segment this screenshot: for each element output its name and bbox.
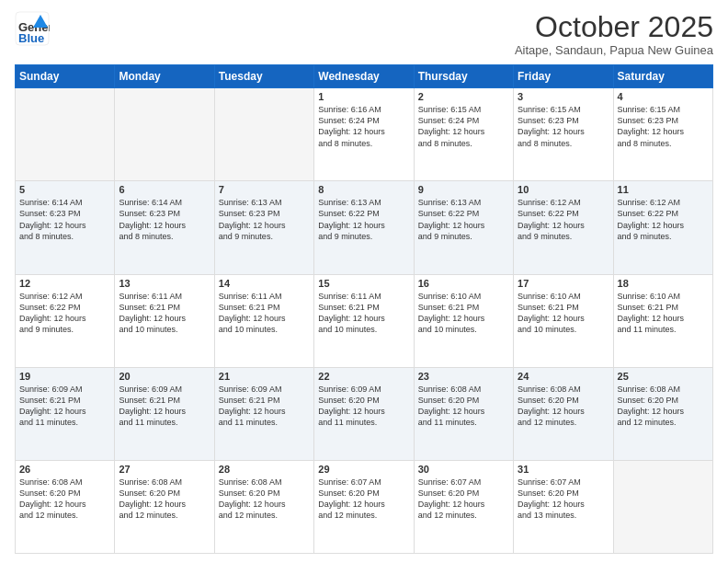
table-row xyxy=(214,88,313,181)
day-info: Sunrise: 6:07 AM Sunset: 6:20 PM Dayligh… xyxy=(318,477,409,522)
day-info: Sunrise: 6:14 AM Sunset: 6:23 PM Dayligh… xyxy=(19,197,110,242)
day-number: 16 xyxy=(418,278,509,289)
svg-text:Blue: Blue xyxy=(18,31,44,45)
day-number: 2 xyxy=(418,91,509,102)
table-row: 25Sunrise: 6:08 AM Sunset: 6:20 PM Dayli… xyxy=(613,367,712,460)
day-number: 6 xyxy=(119,184,210,195)
day-number: 4 xyxy=(618,91,709,102)
col-sunday: Sunday xyxy=(16,65,115,88)
col-thursday: Thursday xyxy=(414,65,513,88)
table-row: 9Sunrise: 6:13 AM Sunset: 6:22 PM Daylig… xyxy=(414,181,513,274)
day-number: 30 xyxy=(418,464,509,475)
day-number: 15 xyxy=(318,278,409,289)
day-info: Sunrise: 6:09 AM Sunset: 6:21 PM Dayligh… xyxy=(119,384,210,429)
day-number: 17 xyxy=(518,278,609,289)
table-row: 5Sunrise: 6:14 AM Sunset: 6:23 PM Daylig… xyxy=(16,181,115,274)
day-info: Sunrise: 6:08 AM Sunset: 6:20 PM Dayligh… xyxy=(518,384,609,429)
table-row xyxy=(16,88,115,181)
table-row: 26Sunrise: 6:08 AM Sunset: 6:20 PM Dayli… xyxy=(16,460,115,553)
table-row: 6Sunrise: 6:14 AM Sunset: 6:23 PM Daylig… xyxy=(115,181,214,274)
day-number: 11 xyxy=(618,184,709,195)
day-number: 8 xyxy=(318,184,409,195)
table-row: 15Sunrise: 6:11 AM Sunset: 6:21 PM Dayli… xyxy=(314,274,414,367)
table-row: 16Sunrise: 6:10 AM Sunset: 6:21 PM Dayli… xyxy=(414,274,513,367)
day-number: 19 xyxy=(19,371,110,382)
day-number: 14 xyxy=(219,278,310,289)
day-number: 12 xyxy=(19,278,110,289)
day-info: Sunrise: 6:12 AM Sunset: 6:22 PM Dayligh… xyxy=(518,197,609,242)
subtitle: Aitape, Sandaun, Papua New Guinea xyxy=(515,43,713,57)
day-number: 20 xyxy=(119,371,210,382)
day-info: Sunrise: 6:14 AM Sunset: 6:23 PM Dayligh… xyxy=(119,197,210,242)
table-row: 17Sunrise: 6:10 AM Sunset: 6:21 PM Dayli… xyxy=(514,274,613,367)
table-row: 29Sunrise: 6:07 AM Sunset: 6:20 PM Dayli… xyxy=(314,460,414,553)
table-row: 30Sunrise: 6:07 AM Sunset: 6:20 PM Dayli… xyxy=(414,460,513,553)
day-number: 7 xyxy=(219,184,310,195)
table-row: 18Sunrise: 6:10 AM Sunset: 6:21 PM Dayli… xyxy=(613,274,712,367)
table-row: 22Sunrise: 6:09 AM Sunset: 6:20 PM Dayli… xyxy=(314,367,414,460)
day-info: Sunrise: 6:07 AM Sunset: 6:20 PM Dayligh… xyxy=(418,477,509,522)
day-number: 10 xyxy=(518,184,609,195)
day-number: 24 xyxy=(518,371,609,382)
day-info: Sunrise: 6:09 AM Sunset: 6:20 PM Dayligh… xyxy=(318,384,409,429)
day-info: Sunrise: 6:15 AM Sunset: 6:23 PM Dayligh… xyxy=(518,104,609,149)
table-row xyxy=(115,88,214,181)
table-row: 11Sunrise: 6:12 AM Sunset: 6:22 PM Dayli… xyxy=(613,181,712,274)
calendar-table: Sunday Monday Tuesday Wednesday Thursday… xyxy=(15,64,713,554)
page: General Blue October 2025 Aitape, Sandau… xyxy=(0,0,728,563)
logo: General Blue xyxy=(15,11,53,46)
table-row: 14Sunrise: 6:11 AM Sunset: 6:21 PM Dayli… xyxy=(214,274,313,367)
col-tuesday: Tuesday xyxy=(214,65,313,88)
table-row: 12Sunrise: 6:12 AM Sunset: 6:22 PM Dayli… xyxy=(16,274,115,367)
table-row: 20Sunrise: 6:09 AM Sunset: 6:21 PM Dayli… xyxy=(115,367,214,460)
table-row: 28Sunrise: 6:08 AM Sunset: 6:20 PM Dayli… xyxy=(214,460,313,553)
day-info: Sunrise: 6:08 AM Sunset: 6:20 PM Dayligh… xyxy=(418,384,509,429)
day-info: Sunrise: 6:12 AM Sunset: 6:22 PM Dayligh… xyxy=(618,197,709,242)
day-info: Sunrise: 6:08 AM Sunset: 6:20 PM Dayligh… xyxy=(19,477,110,522)
day-info: Sunrise: 6:16 AM Sunset: 6:24 PM Dayligh… xyxy=(318,104,409,149)
col-wednesday: Wednesday xyxy=(314,65,414,88)
day-number: 13 xyxy=(119,278,210,289)
day-info: Sunrise: 6:11 AM Sunset: 6:21 PM Dayligh… xyxy=(119,291,210,336)
day-info: Sunrise: 6:08 AM Sunset: 6:20 PM Dayligh… xyxy=(119,477,210,522)
day-info: Sunrise: 6:15 AM Sunset: 6:23 PM Dayligh… xyxy=(618,104,709,149)
table-row: 24Sunrise: 6:08 AM Sunset: 6:20 PM Dayli… xyxy=(514,367,613,460)
calendar-week-row: 19Sunrise: 6:09 AM Sunset: 6:21 PM Dayli… xyxy=(16,367,713,460)
day-number: 23 xyxy=(418,371,509,382)
table-row: 21Sunrise: 6:09 AM Sunset: 6:21 PM Dayli… xyxy=(214,367,313,460)
day-info: Sunrise: 6:09 AM Sunset: 6:21 PM Dayligh… xyxy=(219,384,310,429)
table-row: 10Sunrise: 6:12 AM Sunset: 6:22 PM Dayli… xyxy=(514,181,613,274)
day-number: 18 xyxy=(618,278,709,289)
day-number: 9 xyxy=(418,184,509,195)
table-row: 27Sunrise: 6:08 AM Sunset: 6:20 PM Dayli… xyxy=(115,460,214,553)
day-info: Sunrise: 6:10 AM Sunset: 6:21 PM Dayligh… xyxy=(518,291,609,336)
calendar-week-row: 5Sunrise: 6:14 AM Sunset: 6:23 PM Daylig… xyxy=(16,181,713,274)
col-monday: Monday xyxy=(115,65,214,88)
calendar-header-row: Sunday Monday Tuesday Wednesday Thursday… xyxy=(16,65,713,88)
title-area: October 2025 Aitape, Sandaun, Papua New … xyxy=(515,11,713,57)
table-row: 31Sunrise: 6:07 AM Sunset: 6:20 PM Dayli… xyxy=(514,460,613,553)
day-number: 22 xyxy=(318,371,409,382)
day-info: Sunrise: 6:13 AM Sunset: 6:23 PM Dayligh… xyxy=(219,197,310,242)
header: General Blue October 2025 Aitape, Sandau… xyxy=(15,11,713,57)
day-info: Sunrise: 6:10 AM Sunset: 6:21 PM Dayligh… xyxy=(618,291,709,336)
col-friday: Friday xyxy=(514,65,613,88)
table-row: 7Sunrise: 6:13 AM Sunset: 6:23 PM Daylig… xyxy=(214,181,313,274)
day-number: 5 xyxy=(19,184,110,195)
day-number: 21 xyxy=(219,371,310,382)
day-number: 31 xyxy=(518,464,609,475)
month-title: October 2025 xyxy=(515,11,713,43)
calendar-week-row: 12Sunrise: 6:12 AM Sunset: 6:22 PM Dayli… xyxy=(16,274,713,367)
table-row: 3Sunrise: 6:15 AM Sunset: 6:23 PM Daylig… xyxy=(514,88,613,181)
day-info: Sunrise: 6:12 AM Sunset: 6:22 PM Dayligh… xyxy=(19,291,110,336)
calendar-week-row: 26Sunrise: 6:08 AM Sunset: 6:20 PM Dayli… xyxy=(16,460,713,553)
table-row: 8Sunrise: 6:13 AM Sunset: 6:22 PM Daylig… xyxy=(314,181,414,274)
day-number: 1 xyxy=(318,91,409,102)
table-row: 2Sunrise: 6:15 AM Sunset: 6:24 PM Daylig… xyxy=(414,88,513,181)
day-info: Sunrise: 6:13 AM Sunset: 6:22 PM Dayligh… xyxy=(418,197,509,242)
day-number: 3 xyxy=(518,91,609,102)
table-row: 1Sunrise: 6:16 AM Sunset: 6:24 PM Daylig… xyxy=(314,88,414,181)
day-number: 27 xyxy=(119,464,210,475)
day-number: 26 xyxy=(19,464,110,475)
day-info: Sunrise: 6:07 AM Sunset: 6:20 PM Dayligh… xyxy=(518,477,609,522)
